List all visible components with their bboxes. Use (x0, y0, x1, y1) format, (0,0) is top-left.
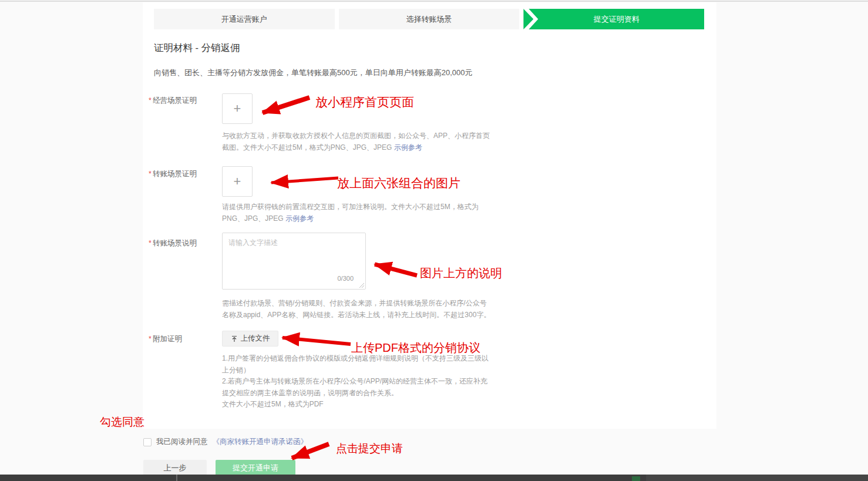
annotation-miniprogram-home: 放小程序首页页面 (315, 94, 414, 110)
step-label: 提交证明资料 (529, 9, 704, 29)
upload-button-label: 上传文件 (241, 334, 270, 344)
agreement-row: 我已阅读并同意 《商家转账开通申请承诺函》 (143, 437, 308, 447)
required-asterisk: * (149, 239, 152, 247)
field-label-business-scene: *经营场景证明 (149, 96, 197, 106)
taskbar-segment (646, 475, 868, 481)
step-open-account[interactable]: 开通运营账户 (154, 9, 335, 29)
field-label-transfer-description: *转账场景说明 (149, 238, 197, 248)
page-subtitle: 向销售、团长、主播等分销方发放佣金，单笔转账最高500元，单日向单用户转账最高2… (154, 68, 472, 78)
required-asterisk: * (149, 335, 152, 343)
help-additional-proof: 1.用户签署的分销返佣合作协议的模版或分销返佣详细规则说明（不支持三级及三级以上… (222, 353, 491, 411)
field-label-transfer-scene: *转账场景证明 (149, 169, 197, 179)
top-border-line (0, 0, 868, 2)
step-label: 开通运营账户 (221, 14, 267, 25)
submit-application-button[interactable]: 提交开通申请 (216, 460, 295, 476)
annotation-pdf-agreement: 上传PDF格式的分销协议 (351, 340, 480, 356)
taskbar-app-icon (632, 476, 640, 481)
agreement-checkbox[interactable] (143, 438, 152, 446)
char-counter: 0/300 (337, 275, 354, 282)
upload-box-transfer-scene[interactable]: + (222, 166, 253, 197)
help-transfer-scene: 请提供用户获得钱的前置流程交互图，可加注释说明。文件大小不超过5M，格式为PNG… (222, 201, 486, 224)
upload-icon (231, 335, 238, 342)
required-asterisk: * (149, 170, 152, 178)
agreement-letter-link[interactable]: 《商家转账开通申请承诺函》 (213, 437, 308, 447)
step-label: 选择转账场景 (406, 14, 452, 25)
upload-file-button[interactable]: 上传文件 (222, 331, 278, 347)
annotation-six-images: 放上面六张组合的图片 (337, 175, 460, 191)
step-submit-proof-active[interactable]: 提交证明资料 (523, 9, 704, 29)
plus-icon: + (234, 174, 241, 189)
annotation-click-submit: 点击提交申请 (336, 441, 403, 456)
upload-box-business-scene[interactable]: + (222, 93, 253, 124)
transfer-description-textarea-wrap: 0/300 (222, 233, 366, 290)
step-progress-bar: 开通运营账户 选择转账场景 提交证明资料 (154, 9, 704, 29)
page-title: 证明材料 - 分销返佣 (154, 42, 240, 55)
required-asterisk: * (149, 96, 152, 105)
taskbar (0, 475, 868, 481)
annotation-image-description: 图片上方的说明 (420, 265, 502, 281)
plus-icon: + (234, 101, 241, 116)
resize-handle[interactable] (358, 282, 364, 288)
example-reference-link[interactable]: 示例参考 (394, 143, 422, 152)
taskbar-divider (176, 475, 177, 481)
previous-step-button[interactable]: 上一步 (143, 460, 207, 476)
step-select-scenario[interactable]: 选择转账场景 (339, 9, 520, 29)
field-label-additional-proof: *附加证明 (149, 334, 182, 344)
agreement-label: 我已阅读并同意 (156, 437, 208, 447)
screen: 开通运营账户 选择转账场景 提交证明资料 证明材料 - 分销返佣 向销售、团长、… (0, 0, 868, 481)
help-business-scene: 与收款方互动，并获取收款方授权个人信息的页面截图，如公众号、APP、小程序首页截… (222, 130, 493, 153)
annotation-check-agree: 勾选同意 (100, 415, 144, 430)
help-transfer-description: 需描述付款场景、营销/分销规则、付款资金来源，并提供转账场景所在小程序/公众号名… (222, 298, 493, 321)
example-reference-link[interactable]: 示例参考 (285, 214, 314, 223)
